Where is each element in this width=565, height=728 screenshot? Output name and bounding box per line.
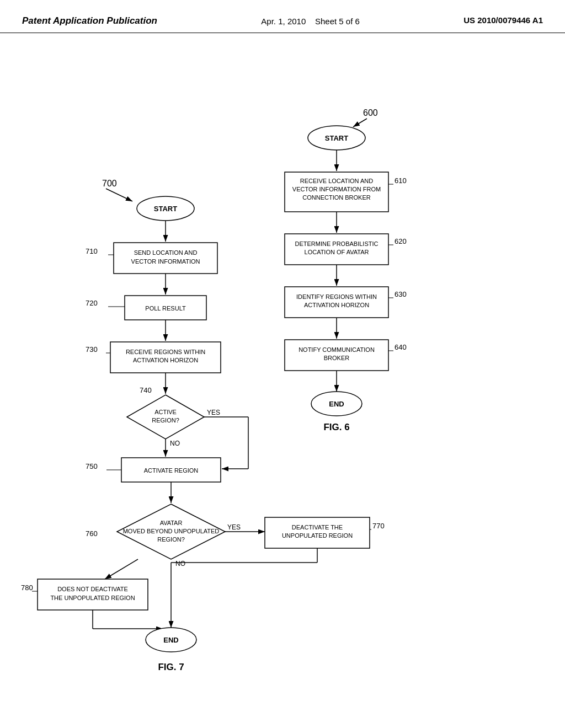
- fig6-620-text1: DETERMINE PROBABILISTIC: [295, 240, 379, 247]
- fig6-630-text2: ACTIVATION HORIZON: [304, 302, 369, 308]
- fig7-label-780: 780: [21, 584, 33, 592]
- fig6-600-arrow: [353, 119, 367, 127]
- fig7-740-no-label: NO: [170, 440, 180, 447]
- fig7-diagram-number: 700: [102, 179, 117, 188]
- page-header: Patent Application Publication Apr. 1, 2…: [0, 0, 565, 33]
- fig7-760-no-arrow: [105, 559, 138, 579]
- fig7-740-text1: ACTIVE: [154, 409, 177, 415]
- fig7-780-text2: THE UNPOPULATED REGION: [50, 595, 135, 601]
- fig6-end-label: END: [329, 400, 344, 408]
- fig6-label-620: 620: [395, 237, 407, 245]
- fig7-760-no-label: NO: [175, 560, 185, 568]
- fig6-630-text1: IDENTIFY REGIONS WITHIN: [296, 293, 377, 300]
- fig7-label-740: 740: [140, 386, 152, 394]
- fig7-label-720: 720: [86, 299, 98, 307]
- fig6-diagram-number: 600: [363, 108, 378, 117]
- fig7-label-760: 760: [86, 529, 98, 538]
- fig6-start-label: START: [325, 134, 348, 142]
- fig7-label-750: 750: [86, 462, 98, 470]
- patent-number: US 2010/0079446 A1: [463, 15, 543, 25]
- fig7-start-label: START: [154, 205, 177, 213]
- fig6-label-630: 630: [395, 290, 407, 298]
- fig7-780-text1: DOES NOT DEACTIVATE: [57, 586, 128, 592]
- fig6-640-text1: NOTIFY COMMUNICATION: [299, 346, 375, 353]
- patent-diagram-svg: 600 START RECEIVE LOCATION AND VECTOR IN…: [0, 33, 565, 684]
- fig6-640-text2: BROKER: [324, 355, 350, 361]
- publication-title: Patent Application Publication: [22, 15, 157, 26]
- fig6-610-text2: VECTOR INFORMATION FROM: [292, 186, 381, 192]
- sheet-info: Sheet 5 of 6: [315, 17, 360, 26]
- fig7-770-text1: DEACTIVATE THE: [292, 524, 343, 531]
- fig7-740-yes-label: YES: [207, 409, 220, 416]
- publication-date: Apr. 1, 2010: [261, 17, 306, 26]
- fig7-760-text3: REGION?: [157, 536, 185, 543]
- fig6-label-640: 640: [395, 343, 407, 351]
- fig6-610-text1: RECEIVE LOCATION AND: [300, 178, 373, 184]
- fig7-750-text: ACTIVATE REGION: [144, 467, 199, 474]
- fig7-760-text1: AVATAR: [160, 520, 183, 526]
- fig7-710-text2: VECTOR INFORMATION: [131, 258, 200, 265]
- fig7-caption: FIG. 7: [158, 662, 184, 672]
- fig7-740-text2: REGION?: [152, 417, 179, 424]
- fig7-label-710: 710: [86, 247, 98, 255]
- fig7-730-text1: RECEIVE REGIONS WITHIN: [126, 349, 205, 355]
- fig6-620-text2: LOCATION OF AVATAR: [305, 249, 369, 255]
- fig7-720-text: POLL RESULT: [145, 305, 186, 312]
- fig7-730-text2: ACTIVATION HORIZON: [133, 357, 198, 363]
- fig6-610-text3: CONNECTION BROKER: [302, 194, 371, 201]
- fig7-710-text1: SEND LOCATION AND: [134, 249, 198, 256]
- header-date-sheet: Apr. 1, 2010 Sheet 5 of 6: [261, 15, 359, 27]
- fig7-end-label: END: [163, 636, 178, 644]
- fig7-770-text2: UNPOPULATED REGION: [282, 532, 353, 539]
- fig6-label-610: 610: [395, 176, 407, 185]
- fig7-label-730: 730: [86, 345, 98, 354]
- fig6-caption: FIG. 6: [323, 422, 349, 432]
- fig7-700-arrow: [106, 189, 132, 201]
- fig7-760-yes-label: YES: [227, 523, 241, 531]
- fig7-label-770: 770: [372, 522, 385, 530]
- fig7-760-text2: MOVED BEYOND UNPOPULATED: [123, 528, 220, 534]
- diagram-area: 600 START RECEIVE LOCATION AND VECTOR IN…: [0, 33, 565, 684]
